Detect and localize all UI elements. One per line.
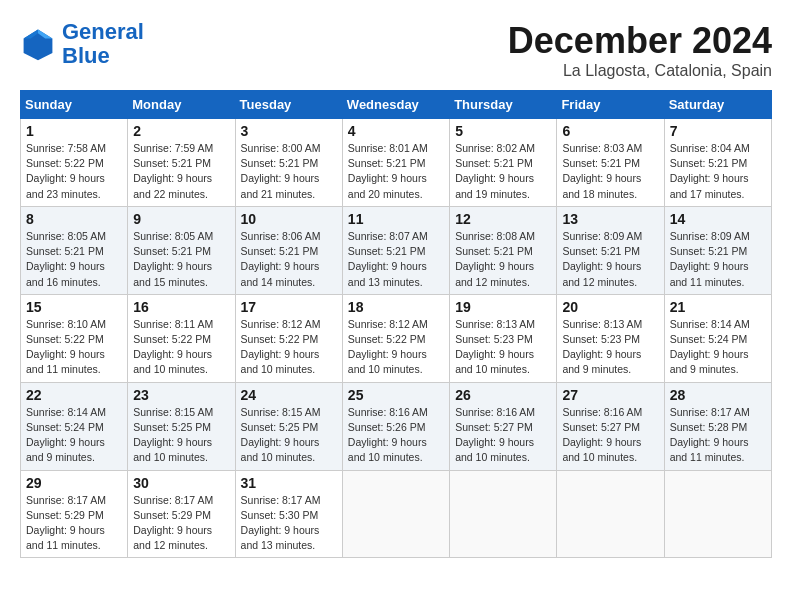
calendar-cell: 19Sunrise: 8:13 AM Sunset: 5:23 PM Dayli… [450,294,557,382]
day-number: 11 [348,211,444,227]
day-number: 20 [562,299,658,315]
day-info: Sunrise: 8:16 AM Sunset: 5:27 PM Dayligh… [562,405,658,466]
calendar-cell: 13Sunrise: 8:09 AM Sunset: 5:21 PM Dayli… [557,206,664,294]
calendar-cell [450,470,557,558]
day-number: 10 [241,211,337,227]
day-number: 16 [133,299,229,315]
day-info: Sunrise: 8:14 AM Sunset: 5:24 PM Dayligh… [26,405,122,466]
logo-text: General Blue [62,20,144,68]
calendar-cell: 3Sunrise: 8:00 AM Sunset: 5:21 PM Daylig… [235,119,342,207]
calendar-cell: 29Sunrise: 8:17 AM Sunset: 5:29 PM Dayli… [21,470,128,558]
day-info: Sunrise: 8:12 AM Sunset: 5:22 PM Dayligh… [348,317,444,378]
calendar-cell: 31Sunrise: 8:17 AM Sunset: 5:30 PM Dayli… [235,470,342,558]
title-block: December 2024 La Llagosta, Catalonia, Sp… [508,20,772,80]
day-info: Sunrise: 8:17 AM Sunset: 5:29 PM Dayligh… [26,493,122,554]
day-info: Sunrise: 7:59 AM Sunset: 5:21 PM Dayligh… [133,141,229,202]
day-info: Sunrise: 8:14 AM Sunset: 5:24 PM Dayligh… [670,317,766,378]
calendar-cell [557,470,664,558]
day-info: Sunrise: 8:02 AM Sunset: 5:21 PM Dayligh… [455,141,551,202]
day-number: 23 [133,387,229,403]
day-info: Sunrise: 8:10 AM Sunset: 5:22 PM Dayligh… [26,317,122,378]
day-info: Sunrise: 8:06 AM Sunset: 5:21 PM Dayligh… [241,229,337,290]
page-header: General Blue December 2024 La Llagosta, … [20,20,772,80]
day-info: Sunrise: 8:15 AM Sunset: 5:25 PM Dayligh… [241,405,337,466]
day-number: 13 [562,211,658,227]
day-info: Sunrise: 8:16 AM Sunset: 5:26 PM Dayligh… [348,405,444,466]
day-info: Sunrise: 8:16 AM Sunset: 5:27 PM Dayligh… [455,405,551,466]
day-info: Sunrise: 8:13 AM Sunset: 5:23 PM Dayligh… [455,317,551,378]
day-number: 9 [133,211,229,227]
calendar-cell [664,470,771,558]
calendar-cell: 17Sunrise: 8:12 AM Sunset: 5:22 PM Dayli… [235,294,342,382]
day-number: 1 [26,123,122,139]
weekday-header-monday: Monday [128,91,235,119]
day-number: 30 [133,475,229,491]
day-info: Sunrise: 8:03 AM Sunset: 5:21 PM Dayligh… [562,141,658,202]
logo: General Blue [20,20,144,68]
day-number: 21 [670,299,766,315]
calendar-cell: 20Sunrise: 8:13 AM Sunset: 5:23 PM Dayli… [557,294,664,382]
weekday-header-row: SundayMondayTuesdayWednesdayThursdayFrid… [21,91,772,119]
location-subtitle: La Llagosta, Catalonia, Spain [508,62,772,80]
calendar-cell: 14Sunrise: 8:09 AM Sunset: 5:21 PM Dayli… [664,206,771,294]
week-row-2: 8Sunrise: 8:05 AM Sunset: 5:21 PM Daylig… [21,206,772,294]
svg-marker-0 [24,30,53,61]
day-number: 5 [455,123,551,139]
calendar-cell: 10Sunrise: 8:06 AM Sunset: 5:21 PM Dayli… [235,206,342,294]
calendar-cell: 26Sunrise: 8:16 AM Sunset: 5:27 PM Dayli… [450,382,557,470]
weekday-header-sunday: Sunday [21,91,128,119]
day-info: Sunrise: 8:11 AM Sunset: 5:22 PM Dayligh… [133,317,229,378]
calendar-cell: 8Sunrise: 8:05 AM Sunset: 5:21 PM Daylig… [21,206,128,294]
calendar-cell: 15Sunrise: 8:10 AM Sunset: 5:22 PM Dayli… [21,294,128,382]
day-number: 4 [348,123,444,139]
day-info: Sunrise: 8:17 AM Sunset: 5:29 PM Dayligh… [133,493,229,554]
calendar-cell: 12Sunrise: 8:08 AM Sunset: 5:21 PM Dayli… [450,206,557,294]
day-info: Sunrise: 8:05 AM Sunset: 5:21 PM Dayligh… [26,229,122,290]
day-number: 14 [670,211,766,227]
day-number: 3 [241,123,337,139]
calendar-cell: 30Sunrise: 8:17 AM Sunset: 5:29 PM Dayli… [128,470,235,558]
day-number: 29 [26,475,122,491]
logo-icon [20,26,56,62]
weekday-header-saturday: Saturday [664,91,771,119]
day-info: Sunrise: 8:17 AM Sunset: 5:30 PM Dayligh… [241,493,337,554]
day-number: 7 [670,123,766,139]
week-row-5: 29Sunrise: 8:17 AM Sunset: 5:29 PM Dayli… [21,470,772,558]
day-info: Sunrise: 7:58 AM Sunset: 5:22 PM Dayligh… [26,141,122,202]
calendar-cell: 16Sunrise: 8:11 AM Sunset: 5:22 PM Dayli… [128,294,235,382]
day-number: 22 [26,387,122,403]
calendar-cell: 11Sunrise: 8:07 AM Sunset: 5:21 PM Dayli… [342,206,449,294]
day-number: 12 [455,211,551,227]
calendar-cell: 2Sunrise: 7:59 AM Sunset: 5:21 PM Daylig… [128,119,235,207]
weekday-header-thursday: Thursday [450,91,557,119]
day-number: 19 [455,299,551,315]
week-row-3: 15Sunrise: 8:10 AM Sunset: 5:22 PM Dayli… [21,294,772,382]
week-row-4: 22Sunrise: 8:14 AM Sunset: 5:24 PM Dayli… [21,382,772,470]
day-info: Sunrise: 8:09 AM Sunset: 5:21 PM Dayligh… [562,229,658,290]
weekday-header-friday: Friday [557,91,664,119]
day-number: 6 [562,123,658,139]
month-title: December 2024 [508,20,772,62]
weekday-header-wednesday: Wednesday [342,91,449,119]
calendar-cell: 25Sunrise: 8:16 AM Sunset: 5:26 PM Dayli… [342,382,449,470]
day-info: Sunrise: 8:13 AM Sunset: 5:23 PM Dayligh… [562,317,658,378]
calendar-cell: 6Sunrise: 8:03 AM Sunset: 5:21 PM Daylig… [557,119,664,207]
day-info: Sunrise: 8:01 AM Sunset: 5:21 PM Dayligh… [348,141,444,202]
weekday-header-tuesday: Tuesday [235,91,342,119]
day-info: Sunrise: 8:08 AM Sunset: 5:21 PM Dayligh… [455,229,551,290]
calendar-cell: 27Sunrise: 8:16 AM Sunset: 5:27 PM Dayli… [557,382,664,470]
day-info: Sunrise: 8:05 AM Sunset: 5:21 PM Dayligh… [133,229,229,290]
day-info: Sunrise: 8:09 AM Sunset: 5:21 PM Dayligh… [670,229,766,290]
day-number: 28 [670,387,766,403]
day-number: 18 [348,299,444,315]
calendar-cell: 9Sunrise: 8:05 AM Sunset: 5:21 PM Daylig… [128,206,235,294]
calendar-cell: 23Sunrise: 8:15 AM Sunset: 5:25 PM Dayli… [128,382,235,470]
calendar-cell: 1Sunrise: 7:58 AM Sunset: 5:22 PM Daylig… [21,119,128,207]
calendar-cell: 24Sunrise: 8:15 AM Sunset: 5:25 PM Dayli… [235,382,342,470]
day-number: 27 [562,387,658,403]
calendar-cell: 18Sunrise: 8:12 AM Sunset: 5:22 PM Dayli… [342,294,449,382]
calendar-cell: 22Sunrise: 8:14 AM Sunset: 5:24 PM Dayli… [21,382,128,470]
day-number: 24 [241,387,337,403]
day-number: 15 [26,299,122,315]
day-number: 8 [26,211,122,227]
